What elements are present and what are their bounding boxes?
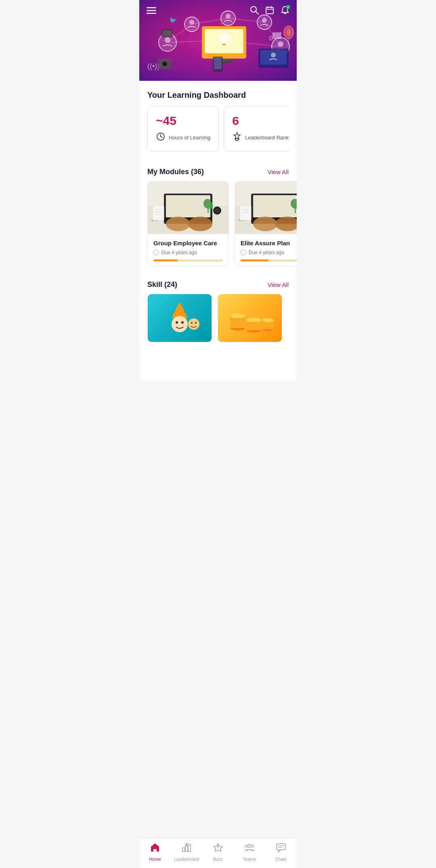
svg-point-39 [163,62,167,66]
svg-point-111 [231,322,245,327]
skill-card-cartoon-1 [148,294,212,342]
svg-point-29 [271,53,276,57]
menu-icon[interactable] [147,6,156,17]
svg-rect-31 [214,58,222,69]
nav-right-icons [250,6,289,17]
svg-rect-79 [153,206,164,220]
modules-title: My Modules (36) [147,168,204,176]
main-content: Your Learning Dashboard ~45 Hours of Lea… [139,81,297,381]
progress-bar-2 [241,259,297,261]
svg-point-104 [188,318,199,330]
svg-point-20 [220,34,228,44]
due-icon-1: ○ [153,250,159,255]
progress-fill-2 [241,259,268,261]
progress-fill-1 [153,259,178,261]
skills-view-all[interactable]: View All [268,281,289,288]
modules-view-all[interactable]: View All [268,169,289,175]
stat-leaderboard-label: Leaderboard Rank [245,135,289,141]
module-image-1: 👓 [148,181,228,234]
svg-text:⚙: ⚙ [268,35,274,42]
dashboard-section: Your Learning Dashboard ~45 Hours of Lea… [139,81,297,160]
modules-row: 👓 Group Employee Care ○ Due 4 years ago [139,181,297,272]
module-card-2[interactable]: 👓 Elite Assure Plan ○ Due 4 years ago [235,181,297,266]
module-info-2: Elite Assure Plan ○ Due 4 years ago [235,234,297,265]
svg-line-56 [161,137,162,137]
svg-line-49 [256,12,259,15]
module-due-1: ○ Due 4 years ago [153,250,223,255]
svg-rect-50 [266,7,273,14]
svg-point-70 [188,217,212,231]
svg-point-105 [191,322,193,324]
calendar-icon[interactable] [265,6,274,17]
svg-rect-67 [166,195,210,217]
dashboard-title: Your Learning Dashboard [147,91,289,100]
medal-icon [232,132,242,144]
modules-section-header: My Modules (36) View All [139,160,297,181]
svg-point-118 [262,318,274,322]
svg-rect-28 [260,50,287,65]
module-title-2: Elite Assure Plan [241,240,297,246]
skill-card-2[interactable] [218,294,282,342]
svg-point-41 [287,28,291,36]
skill-card-1[interactable] [147,294,212,342]
svg-point-2 [165,37,170,43]
stat-card-leaderboard: 6 Leaderboard Rank [224,106,289,152]
module-image-2: 👓 [235,181,297,234]
search-icon[interactable] [250,6,259,17]
svg-point-102 [176,321,178,324]
top-navigation [139,0,297,23]
notification-icon[interactable] [281,6,289,17]
module-title-1: Group Employee Care [153,240,223,246]
skills-title: Skill (24) [147,280,177,289]
svg-rect-21 [222,44,226,45]
module-info-1: Group Employee Care ○ Due 4 years ago [148,234,228,265]
svg-rect-97 [240,206,251,220]
svg-point-88 [253,217,277,231]
skills-section-header: Skill (24) View All [139,272,297,294]
svg-point-103 [181,321,184,324]
skill-row [139,294,297,349]
skill-card-gold-2 [218,294,282,342]
stats-row: ~45 Hours of Learning 6 [147,106,289,153]
module-card-1[interactable]: 👓 Group Employee Care ○ Due 4 years ago [147,181,229,266]
svg-point-69 [166,217,190,231]
svg-rect-86 [253,195,297,217]
stat-leaderboard-number: 6 [232,114,289,128]
svg-point-106 [195,322,197,324]
svg-point-10 [278,41,283,47]
svg-marker-100 [172,302,188,318]
module-due-2: ○ Due 4 years ago [241,250,297,255]
svg-point-115 [247,322,261,327]
stat-hours-label: Hours of Learning [169,135,210,141]
progress-bar-1 [153,259,223,261]
due-icon-2: ○ [241,250,246,255]
clock-icon [156,132,166,144]
stat-hours-row: Hours of Learning [156,132,210,144]
svg-point-73 [208,202,213,209]
stat-card-hours: ~45 Hours of Learning [147,106,219,152]
svg-point-119 [262,322,274,326]
svg-point-101 [172,316,188,332]
stat-hours-number: ~45 [156,114,210,128]
svg-point-75 [214,208,220,213]
hero-banner: ♥ ((•)) ⚙ 🐦 [139,0,297,81]
svg-point-57 [236,138,238,141]
stat-leaderboard-row: Leaderboard Rank [232,132,289,144]
svg-rect-33 [163,30,172,36]
